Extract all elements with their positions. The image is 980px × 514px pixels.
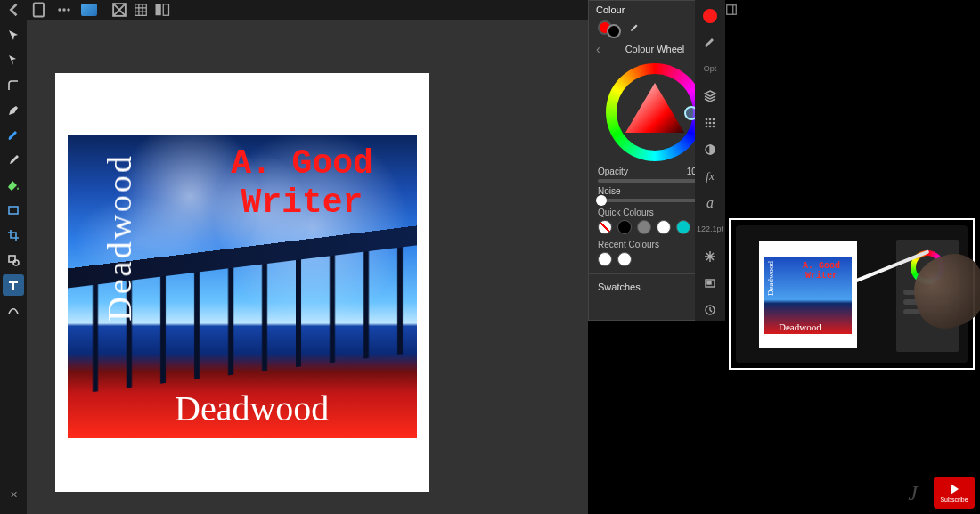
subscribe-button[interactable]: Subscribe (934, 477, 975, 509)
pip-title-horizontal: Deadwood (779, 322, 821, 332)
channels-icon[interactable] (698, 112, 722, 134)
svg-point-11 (706, 118, 708, 121)
collapse-tools-icon[interactable]: ✕ (3, 484, 24, 505)
play-icon (951, 484, 959, 494)
recent-colour-chip[interactable] (617, 252, 632, 266)
shapes-tool[interactable] (3, 249, 24, 271)
font-size-readout: 122.1pt (698, 219, 722, 241)
current-colour-dot[interactable] (698, 5, 722, 27)
vector-brush-tool[interactable] (3, 299, 24, 321)
title-horizontal-text[interactable]: Deadwood (175, 388, 329, 429)
picker-mode-label[interactable]: Colour Wheel (625, 44, 685, 54)
colour-wheel[interactable] (606, 63, 704, 161)
svg-point-14 (706, 122, 708, 125)
app-badge-icon[interactable] (80, 2, 98, 18)
pip-tablet: Deadwood A. Good Writer Deadwood (736, 225, 968, 363)
svg-point-19 (713, 126, 715, 128)
top-toolbar (0, 0, 588, 20)
secondary-colour-swatch[interactable] (607, 24, 621, 38)
quick-colour-chip[interactable] (637, 220, 651, 234)
tool-strip: ✕ (0, 20, 27, 514)
studio-strip: Opt fx a 122.1pt (695, 0, 725, 321)
layers-icon[interactable] (698, 86, 722, 107)
fx-icon[interactable]: fx (698, 166, 722, 187)
adjustments-icon[interactable] (698, 139, 722, 160)
svg-point-1 (58, 8, 61, 12)
picker-prev-icon[interactable]: ‹ (596, 42, 600, 56)
svg-rect-5 (156, 4, 161, 16)
svg-rect-7 (9, 207, 18, 214)
pip-document: Deadwood A. Good Writer Deadwood (759, 241, 857, 348)
svg-rect-22 (707, 281, 711, 284)
split-view-icon[interactable] (153, 2, 171, 18)
svg-point-9 (13, 260, 19, 265)
svg-point-18 (709, 126, 712, 128)
author-text[interactable]: A. Good Writer (208, 144, 396, 222)
quick-colour-chip[interactable] (657, 220, 671, 234)
text-styles-icon[interactable]: a (698, 192, 722, 214)
cover-artwork[interactable]: Deadwood A. Good Writer Deadwood (68, 135, 417, 438)
watermark-signature: J (908, 481, 918, 505)
transform-icon[interactable] (698, 246, 722, 267)
quick-colour-chip[interactable] (617, 220, 632, 234)
svg-rect-6 (163, 4, 168, 16)
quick-colour-none[interactable] (598, 220, 612, 234)
svg-point-2 (62, 8, 66, 12)
pip-title-vertical: Deadwood (766, 261, 775, 296)
move-tool[interactable] (3, 25, 24, 46)
eyedropper-icon[interactable] (628, 23, 639, 36)
document-page[interactable]: Deadwood A. Good Writer Deadwood (55, 73, 429, 492)
canvas-stage[interactable]: Deadwood A. Good Writer Deadwood (27, 20, 588, 514)
svg-point-15 (709, 122, 712, 125)
eyedropper-tool[interactable] (3, 150, 24, 171)
subscribe-label: Subscribe (940, 496, 968, 502)
colour-swatch-pair[interactable] (598, 20, 621, 38)
corner-tool[interactable] (3, 75, 24, 96)
pip-author-text: A. Good Writer (795, 261, 848, 281)
svg-rect-10 (727, 5, 737, 15)
artistic-text-tool[interactable] (3, 274, 24, 296)
node-tool[interactable] (3, 50, 24, 71)
quick-colour-chip[interactable] (676, 220, 690, 234)
crop-tool[interactable] (3, 224, 24, 246)
pen-tool[interactable] (3, 100, 24, 121)
colour-panel-title: Colour (596, 4, 625, 15)
back-icon[interactable] (5, 2, 23, 18)
svg-point-13 (713, 118, 715, 121)
paintbrush-tool[interactable] (3, 125, 24, 146)
rectangle-tool[interactable] (3, 200, 24, 221)
svg-point-16 (713, 122, 715, 125)
brush-icon[interactable] (698, 32, 722, 53)
title-vertical-text[interactable]: Deadwood (100, 153, 139, 322)
svg-point-12 (709, 118, 712, 121)
panel-collapse-icon[interactable] (723, 2, 739, 18)
navigator-icon[interactable] (698, 273, 722, 294)
svg-point-17 (706, 126, 708, 128)
svg-rect-0 (34, 4, 44, 17)
recent-colour-chip[interactable] (598, 252, 612, 266)
fill-tool[interactable] (3, 175, 24, 196)
history-icon[interactable] (698, 299, 722, 321)
overlay-mode-icon[interactable] (110, 2, 128, 18)
more-icon[interactable] (55, 2, 73, 18)
swatches-label: Swatches (598, 281, 641, 292)
grid-icon[interactable] (132, 2, 150, 18)
document-icon[interactable] (30, 2, 48, 18)
svg-point-3 (67, 8, 70, 12)
opacity-label: Opacity (598, 167, 628, 176)
camera-overlay: Deadwood A. Good Writer Deadwood (729, 218, 975, 370)
options-label[interactable]: Opt (698, 59, 722, 80)
